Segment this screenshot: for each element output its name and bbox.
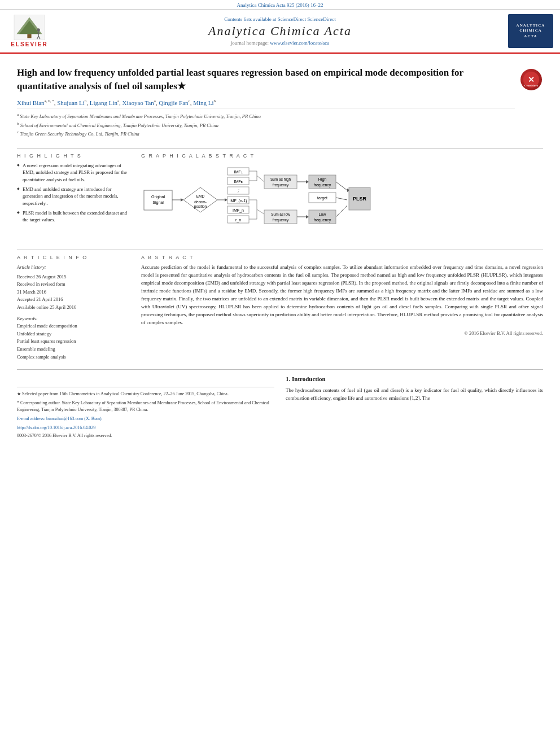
svg-text:Sum as low: Sum as low — [271, 212, 290, 216]
svg-text:EMD: EMD — [196, 194, 205, 198]
author-ligang: Ligang Lin — [90, 99, 117, 106]
svg-text:IMF₂: IMF₂ — [234, 180, 242, 184]
section-number: 1. — [286, 375, 290, 382]
main-content: High and low frequency unfolded partial … — [0, 54, 560, 445]
author-xihui: Xihui Bian — [17, 99, 45, 106]
svg-text:✕: ✕ — [528, 76, 535, 84]
highlights-abstract-row: H I G H L I G H T S A novel regression m… — [17, 153, 543, 245]
svg-text:High: High — [318, 177, 327, 182]
svg-text:frequency: frequency — [314, 218, 331, 222]
homepage-link[interactable]: www.elsevier.com/locate/aca — [270, 40, 329, 46]
issn-line: 0003-2670/© 2016 Elsevier B.V. All right… — [17, 433, 274, 439]
crossmark-badge: ✕ CrossMark — [520, 69, 543, 90]
footnotes-col: ★ Selected paper from 15th Chemometrics … — [17, 375, 274, 439]
svg-line-63 — [336, 198, 347, 200]
sciencedirect-prefix: Contents lists available at ScienceDirec… — [224, 16, 306, 22]
journal-homepage: journal homepage: www.elsevier.com/locat… — [58, 40, 502, 46]
email-label: E-mail address: — [17, 416, 45, 421]
logo-right-text: ANALYTICACHIMICAACTA — [517, 23, 545, 38]
svg-line-38 — [257, 176, 264, 182]
authors-line: Xihui Biana, b, *, Shujuan Lib, Ligang L… — [17, 99, 515, 106]
intro-text-col: 1. Introduction The hydrocarbon contents… — [286, 375, 543, 439]
copyright-notice: © 2016 Elsevier B.V. All rights reserved… — [141, 330, 543, 337]
star-note-text: ★ Selected paper from 15th Chemometrics … — [17, 391, 229, 396]
elsevier-logo-area: ELSEVIER — [7, 15, 52, 47]
abstract-section: A B S T R A C T Accurate prediction of t… — [141, 255, 543, 361]
svg-text:r_n: r_n — [235, 218, 241, 222]
sciencedirect-info: Contents lists available at ScienceDirec… — [58, 16, 502, 22]
intro-heading-text: Introduction — [292, 375, 326, 382]
keyword-1: Empirical mode decomposition — [17, 322, 130, 330]
keyword-3: Partial least squares regression — [17, 338, 130, 346]
svg-rect-3 — [27, 34, 31, 38]
corresponding-text: * Corresponding author. State Key Labora… — [17, 400, 269, 412]
svg-marker-52 — [306, 215, 309, 219]
author-shujuan: Shujuan Li — [57, 99, 85, 106]
paper-title: High and low frequency unfolded partial … — [17, 66, 515, 93]
divider-2 — [17, 250, 543, 250]
highlights-section: H I G H L I G H T S A novel regression m… — [17, 153, 130, 245]
paper-title-text: High and low frequency unfolded partial … — [17, 66, 515, 143]
svg-marker-22 — [225, 198, 228, 202]
keywords-title: Keywords: — [17, 316, 38, 321]
article-dates: Received 26 August 2015 Received in revi… — [17, 273, 130, 312]
svg-line-61 — [336, 182, 347, 190]
highlight-item-2: EMD and unfolded strategy are introduced… — [17, 186, 130, 207]
svg-text:frequency: frequency — [273, 183, 289, 187]
footnote-star: ★ Selected paper from 15th Chemometrics … — [17, 391, 274, 397]
revised-date-val: 31 March 2016 — [17, 289, 130, 296]
highlight-item-1: A novel regression model integrating adv… — [17, 162, 130, 183]
received-date: Received 26 August 2015 — [17, 273, 130, 281]
elsevier-tree-icon — [12, 15, 46, 40]
article-info-header: A R T I C L E I N F O — [17, 255, 130, 260]
author-xiaoyao: Xiaoyao Tan — [123, 99, 154, 106]
email-after: (X. Bian). — [84, 416, 102, 421]
author-super-b1: b — [85, 99, 87, 103]
footnote-email-line: E-mail address: bianxihui@163.com (X. Bi… — [17, 416, 274, 422]
svg-text:frequency: frequency — [314, 183, 331, 187]
keyword-5: Complex sample analysis — [17, 353, 130, 361]
sciencedirect-link[interactable]: ScienceDirect — [307, 16, 335, 22]
journal-logo-right: ANALYTICACHIMICAACTA — [508, 14, 553, 48]
highlight-item-3: PLSR model is built between the extended… — [17, 209, 130, 224]
email-link[interactable]: bianxihui@163.com — [46, 416, 83, 421]
graphical-abstract-section: G R A P H I C A L A B S T R A C T Origin… — [141, 153, 543, 245]
graphical-abstract-header: G R A P H I C A L A B S T R A C T — [141, 153, 543, 159]
author-ming: Ming Li — [193, 99, 213, 106]
svg-text:PLSR: PLSR — [353, 196, 367, 202]
abstract-paragraph: Accurate prediction of the model is fund… — [141, 264, 543, 327]
svg-line-42 — [257, 209, 264, 214]
divider-1 — [17, 148, 543, 148]
homepage-label: journal homepage: — [231, 40, 269, 46]
svg-text:Sum as high: Sum as high — [270, 177, 291, 182]
svg-text:target: target — [317, 196, 327, 200]
journal-header: ELSEVIER Contents lists available at Sci… — [0, 10, 560, 54]
elsevier-brand-text: ELSEVIER — [11, 41, 47, 47]
graphical-abstract-diagram: Original Signal EMD decom- position — [141, 162, 543, 245]
affil-a: a State Key Laboratory of Separation Mem… — [17, 112, 515, 120]
available-date: Available online 25 April 2016 — [17, 304, 130, 312]
info-abstract-row: A R T I C L E I N F O Article history: R… — [17, 255, 543, 361]
journal-title: Analytica Chimica Acta — [58, 24, 502, 38]
crossmark-icon: ✕ CrossMark — [520, 69, 542, 90]
paper-title-section: High and low frequency unfolded partial … — [17, 66, 543, 143]
svg-text:Signal: Signal — [152, 200, 164, 205]
doi-line: http://dx.doi.org/10.1016/j.aca.2016.04.… — [17, 425, 274, 431]
affil-b: b School of Environmental and Chemical E… — [17, 121, 515, 129]
highlights-header: H I G H L I G H T S — [17, 153, 130, 159]
keyword-4: Ensemble modeling — [17, 346, 130, 353]
author-super-c: c — [189, 99, 190, 103]
keyword-2: Unfolded strategy — [17, 330, 130, 338]
svg-text:IMF₁: IMF₁ — [234, 170, 242, 174]
introduction-section: ★ Selected paper from 15th Chemometrics … — [17, 369, 543, 439]
doi-link[interactable]: http://dx.doi.org/10.1016/j.aca.2016.04.… — [17, 425, 95, 430]
intro-paragraph: The hydrocarbon contents of fuel oil (ga… — [286, 387, 543, 403]
svg-text:IMF_n: IMF_n — [233, 208, 244, 213]
revised-date: Received in revised form — [17, 281, 130, 289]
flow-diagram-svg: Original Signal EMD decom- position — [141, 165, 435, 241]
svg-text:IMF_{n-1}: IMF_{n-1} — [230, 199, 247, 203]
svg-text:⋮: ⋮ — [236, 189, 240, 194]
highlights-list: A novel regression model integrating adv… — [17, 162, 130, 224]
footnote-corresponding: * Corresponding author. State Key Labora… — [17, 400, 274, 413]
article-info-section: A R T I C L E I N F O Article history: R… — [17, 255, 130, 361]
